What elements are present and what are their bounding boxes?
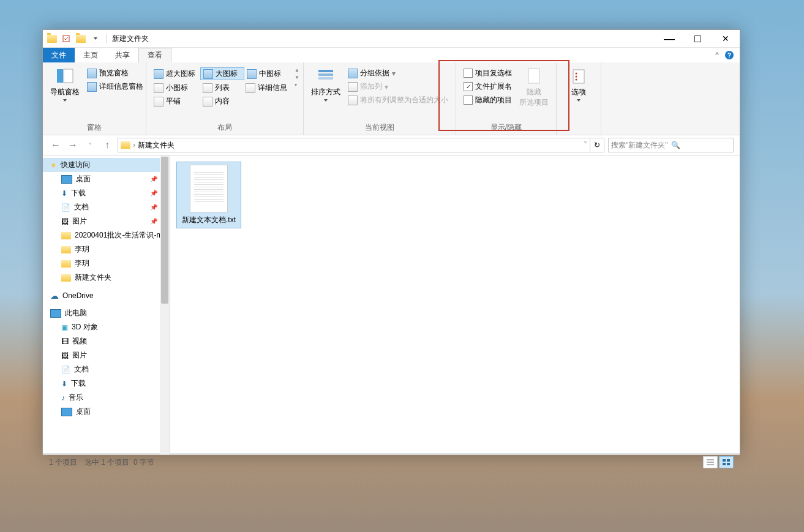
- view-icons-button[interactable]: [719, 456, 734, 468]
- svg-rect-16: [727, 459, 730, 462]
- titlebar[interactable]: 新建文件夹 — ✕: [43, 30, 740, 48]
- sidebar-onedrive[interactable]: ☁OneDrive: [43, 288, 170, 302]
- svg-rect-7: [528, 69, 539, 83]
- pin-icon: 📌: [150, 218, 157, 225]
- address-box[interactable]: › 新建文件夹 ˅: [118, 138, 590, 152]
- maximize-button[interactable]: [683, 30, 712, 47]
- layout-small[interactable]: 小图标: [151, 82, 200, 94]
- svg-rect-4: [318, 70, 333, 72]
- ribbon-tabs: 文件 主页 共享 查看 ^ ?: [43, 48, 740, 62]
- sidebar-item-pictures[interactable]: 🖼图片: [43, 348, 170, 362]
- sidebar-item-music[interactable]: ♪音乐: [43, 391, 170, 405]
- layout-list[interactable]: 列表: [200, 82, 243, 94]
- file-name: 新建文本文档.txt: [179, 215, 238, 225]
- sidebar-item-downloads[interactable]: ⬇下载: [43, 377, 170, 391]
- explorer-window: 新建文件夹 — ✕ 文件 主页 共享 查看 ^ ? 导航窗格: [42, 29, 740, 454]
- layout-content[interactable]: 内容: [200, 96, 243, 107]
- layout-more[interactable]: ▾: [295, 82, 299, 88]
- sidebar-quick-access[interactable]: ★快速访问: [43, 158, 170, 172]
- svg-rect-8: [573, 70, 584, 83]
- forward-button[interactable]: →: [66, 138, 80, 152]
- item-checkboxes-checkbox[interactable]: 项目复选框: [461, 67, 514, 79]
- sidebar-item-desktop[interactable]: 桌面: [43, 405, 170, 419]
- svg-rect-18: [727, 463, 730, 465]
- pin-icon: 📌: [150, 176, 157, 182]
- qat-dropdown[interactable]: [89, 32, 102, 45]
- video-icon: 🎞: [61, 337, 69, 346]
- app-icon[interactable]: [47, 33, 58, 44]
- sort-by-button[interactable]: 排序方式: [307, 65, 344, 103]
- layout-tiles[interactable]: 平铺: [151, 96, 200, 107]
- sidebar-item-desktop[interactable]: 桌面📌: [43, 172, 170, 186]
- details-pane-button[interactable]: 详细信息窗格: [85, 81, 146, 92]
- layout-details[interactable]: 详细信息: [243, 82, 292, 94]
- sidebar-item-documents[interactable]: 📄文档📌: [43, 200, 170, 214]
- download-icon: ⬇: [61, 380, 67, 388]
- document-icon: 📄: [61, 365, 70, 374]
- file-extensions-checkbox[interactable]: ✓文件扩展名: [461, 81, 514, 92]
- back-button[interactable]: ←: [49, 138, 62, 152]
- close-button[interactable]: ✕: [712, 30, 740, 47]
- file-item[interactable]: 新建文本文档.txt: [176, 162, 241, 228]
- layout-large[interactable]: 大图标: [200, 67, 244, 80]
- minimize-button[interactable]: —: [655, 30, 683, 47]
- status-count: 1 个项目: [49, 457, 77, 468]
- address-bar: ← → ˅ ↑ › 新建文件夹 ˅ ↻ 搜索"新建文件夹" 🔍: [43, 135, 740, 155]
- recent-button[interactable]: ˅: [83, 138, 97, 152]
- sidebar-item-pictures[interactable]: 🖼图片📌: [43, 214, 170, 228]
- folder-icon: [61, 274, 71, 282]
- sidebar-item-3d[interactable]: ▣3D 对象: [43, 320, 170, 334]
- tab-file[interactable]: 文件: [43, 48, 75, 62]
- navigation-pane-button[interactable]: 导航窗格: [47, 65, 83, 103]
- svg-point-9: [576, 73, 577, 75]
- svg-rect-1: [694, 36, 701, 42]
- collapse-ribbon-icon[interactable]: ^: [715, 51, 719, 59]
- star-icon: ★: [50, 161, 57, 170]
- sidebar-this-pc[interactable]: 此电脑: [43, 306, 170, 320]
- tab-view[interactable]: 查看: [138, 48, 171, 62]
- refresh-button[interactable]: ↻: [590, 138, 604, 152]
- desktop-icon: [61, 408, 72, 416]
- sidebar-item-videos[interactable]: 🎞视频: [43, 334, 170, 348]
- file-list[interactable]: 新建文本文档.txt: [170, 155, 740, 454]
- up-button[interactable]: ↑: [100, 138, 114, 152]
- tab-share[interactable]: 共享: [107, 48, 138, 62]
- layout-medium[interactable]: 中图标: [244, 67, 287, 80]
- svg-point-11: [576, 79, 577, 81]
- folder-icon: [61, 232, 71, 239]
- sidebar-item-documents[interactable]: 📄文档: [43, 362, 170, 377]
- music-icon: ♪: [61, 394, 65, 402]
- sidebar-item-folder[interactable]: 李玥: [43, 242, 170, 257]
- sidebar-item-downloads[interactable]: ⬇下载📌: [43, 186, 170, 200]
- sidebar-item-folder[interactable]: 李玥: [43, 257, 170, 271]
- layout-scroll-up[interactable]: ▲: [295, 67, 299, 73]
- svg-rect-6: [318, 77, 333, 80]
- view-details-button[interactable]: [703, 456, 718, 468]
- group-label-layout: 布局: [150, 121, 299, 135]
- document-icon: 📄: [61, 203, 70, 212]
- pin-icon: 📌: [150, 204, 157, 211]
- pin-icon: 📌: [150, 190, 157, 197]
- svg-rect-2: [57, 69, 63, 83]
- hidden-items-checkbox[interactable]: 隐藏的项目: [461, 94, 514, 106]
- preview-pane-button[interactable]: 预览窗格: [85, 67, 146, 79]
- options-button[interactable]: 选项: [560, 65, 597, 103]
- qat-btn[interactable]: [75, 32, 87, 45]
- layout-scroll-down[interactable]: ▼: [295, 75, 299, 80]
- group-by-button[interactable]: 分组依据 ▾: [345, 67, 451, 79]
- picture-icon: 🖼: [61, 217, 69, 226]
- sidebar-scrollbar[interactable]: [160, 155, 170, 454]
- folder-icon: [61, 260, 71, 268]
- download-icon: ⬇: [61, 189, 67, 198]
- sidebar-item-folder[interactable]: 20200401批次-生活常识-m: [43, 228, 170, 242]
- navigation-sidebar[interactable]: ★快速访问 桌面📌 ⬇下载📌 📄文档📌 🖼图片📌 20200401批次-生活常识…: [43, 155, 170, 454]
- search-input[interactable]: 搜索"新建文件夹" 🔍: [608, 138, 734, 152]
- help-icon[interactable]: ?: [725, 51, 734, 59]
- folder-icon: [121, 141, 130, 149]
- tab-home[interactable]: 主页: [75, 48, 107, 62]
- breadcrumb[interactable]: 新建文件夹: [138, 140, 175, 151]
- sidebar-item-folder[interactable]: 新建文件夹: [43, 271, 170, 285]
- add-columns-button: 添加列 ▾: [345, 81, 451, 92]
- qat-btn[interactable]: [60, 32, 72, 45]
- layout-extra-large[interactable]: 超大图标: [151, 67, 200, 80]
